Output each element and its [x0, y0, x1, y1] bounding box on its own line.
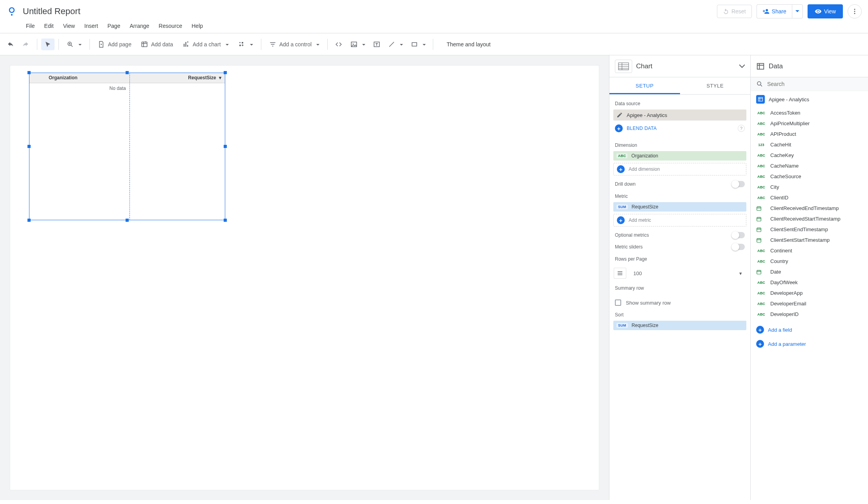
field-row[interactable]: ABCCountry	[751, 256, 868, 267]
selected-table-chart[interactable]: Organization RequestSize ▾ No data	[29, 73, 225, 220]
share-dropdown[interactable]	[792, 4, 803, 18]
menu-arrange[interactable]: Arrange	[130, 23, 150, 29]
menu-file[interactable]: File	[26, 23, 35, 29]
blend-data-button[interactable]: + BLEND DATA ?	[609, 121, 750, 136]
column-header[interactable]: RequestSize ▾	[130, 73, 225, 83]
data-source-chip[interactable]: Apigee - Analytics	[613, 110, 746, 121]
embed-button[interactable]	[332, 38, 346, 50]
menu-view[interactable]: View	[63, 23, 75, 29]
metric-sliders-toggle[interactable]	[732, 244, 745, 250]
field-row[interactable]: ABCDeveloperApp	[751, 288, 868, 298]
drill-down-toggle[interactable]	[732, 181, 745, 187]
chevron-down-icon[interactable]	[739, 64, 745, 69]
select-tool-button[interactable]	[41, 38, 55, 50]
field-row[interactable]: ABCDeveloperEmail	[751, 298, 868, 309]
field-row[interactable]: ClientReceivedStartTimestamp	[751, 214, 868, 224]
column-header[interactable]: Organization	[45, 73, 130, 83]
chart-type-selector[interactable]	[615, 60, 632, 73]
report-page[interactable]: Organization RequestSize ▾ No data	[10, 66, 599, 490]
add-page-button[interactable]: Add page	[94, 38, 135, 50]
add-control-dropdown[interactable]: Add a control	[265, 38, 324, 50]
add-metric-button[interactable]: + Add metric	[613, 214, 746, 226]
menu-insert[interactable]: Insert	[84, 23, 98, 29]
field-row[interactable]: ClientSentStartTimestamp	[751, 235, 868, 245]
document-title[interactable]: Untitled Report	[23, 6, 80, 16]
add-field-button[interactable]: + Add a field	[751, 323, 868, 337]
reset-button[interactable]: Reset	[717, 5, 752, 18]
rows-per-page-select[interactable]: 100 ▾	[613, 267, 746, 279]
chart-setup-body[interactable]: Data source Apigee - Analytics + BLEND D…	[609, 95, 750, 500]
plus-circle-icon: +	[617, 165, 625, 173]
checkbox[interactable]	[615, 299, 621, 306]
zoom-dropdown[interactable]	[63, 38, 86, 50]
svg-point-0	[9, 7, 14, 12]
shape-dropdown[interactable]	[408, 38, 429, 50]
line-dropdown[interactable]	[385, 38, 406, 50]
add-dimension-button[interactable]: + Add dimension	[613, 163, 746, 175]
field-row[interactable]: ABCClientID	[751, 192, 868, 203]
show-summary-row[interactable]: Show summary row	[609, 294, 750, 306]
section-summary-row: Summary row	[609, 279, 750, 294]
field-row[interactable]: ABCCacheKey	[751, 150, 868, 161]
field-row[interactable]: 123CacheHit	[751, 139, 868, 150]
view-button[interactable]: View	[808, 4, 843, 18]
share-button[interactable]: Share	[757, 4, 792, 18]
menu-page[interactable]: Page	[108, 23, 120, 29]
field-row[interactable]: ABCAPIProduct	[751, 129, 868, 139]
data-add-icon	[141, 41, 148, 48]
resize-handle[interactable]	[126, 71, 129, 74]
field-row[interactable]: ABCDayOfWeek	[751, 277, 868, 288]
add-parameter-button[interactable]: + Add a parameter	[751, 337, 868, 351]
tab-style[interactable]: STYLE	[680, 77, 751, 94]
theme-layout-button[interactable]: Theme and layout	[447, 41, 491, 47]
menu-help[interactable]: Help	[191, 23, 203, 29]
add-data-button[interactable]: Add data	[137, 38, 177, 50]
resize-handle[interactable]	[224, 71, 227, 74]
caret-down-icon	[421, 41, 426, 47]
canvas-area[interactable]: Organization RequestSize ▾ No data	[0, 55, 609, 500]
more-options-button[interactable]	[848, 4, 862, 18]
add-chart-dropdown[interactable]: Add a chart	[179, 38, 233, 50]
field-row[interactable]: ABCCacheSource	[751, 171, 868, 182]
tab-setup[interactable]: SETUP	[609, 77, 680, 94]
field-row[interactable]: ABCContinent	[751, 245, 868, 256]
field-row[interactable]: ABCAccessToken	[751, 108, 868, 118]
search-input[interactable]	[767, 81, 863, 87]
field-row[interactable]: ClientSentEndTimestamp	[751, 224, 868, 235]
caret-down-icon	[361, 41, 365, 47]
resize-handle[interactable]	[27, 71, 31, 74]
resize-handle[interactable]	[27, 219, 31, 222]
field-row[interactable]: ClientReceivedEndTimestamp	[751, 203, 868, 214]
field-row[interactable]: Date	[751, 267, 868, 277]
undo-button[interactable]	[3, 38, 17, 51]
dimension-chip[interactable]: ABC Organization	[613, 151, 746, 161]
resize-handle[interactable]	[224, 219, 227, 222]
community-viz-dropdown[interactable]	[234, 38, 257, 50]
menu-resource[interactable]: Resource	[159, 23, 182, 29]
main-area: Organization RequestSize ▾ No data	[0, 55, 868, 500]
resize-handle[interactable]	[224, 145, 227, 148]
resize-handle[interactable]	[126, 219, 129, 222]
image-dropdown[interactable]	[347, 38, 368, 50]
panel-title: Chart	[636, 62, 653, 70]
data-source-header[interactable]: Apigee - Analytics	[751, 91, 868, 108]
svg-rect-17	[759, 97, 763, 101]
optional-metrics-toggle[interactable]	[732, 232, 745, 238]
resize-handle[interactable]	[27, 145, 31, 148]
menu-edit[interactable]: Edit	[44, 23, 54, 29]
date-type-icon	[756, 227, 766, 232]
field-row[interactable]: ABCCity	[751, 182, 868, 192]
sort-chip[interactable]: SUM RequestSize	[613, 321, 746, 330]
redo-button[interactable]	[19, 38, 33, 51]
column-divider[interactable]	[129, 73, 130, 220]
help-icon[interactable]: ?	[738, 125, 745, 132]
table-chart: Organization RequestSize ▾ No data	[29, 73, 225, 93]
metric-chip[interactable]: SUM RequestSize	[613, 202, 746, 212]
field-name: City	[770, 184, 779, 190]
field-row[interactable]: ABCApiPriceMultiplier	[751, 118, 868, 129]
filter-icon	[269, 41, 276, 48]
field-row[interactable]: ABCCacheName	[751, 161, 868, 171]
text-button[interactable]	[370, 38, 383, 50]
field-row[interactable]: ABCDeveloperID	[751, 309, 868, 320]
svg-rect-18	[757, 206, 761, 210]
